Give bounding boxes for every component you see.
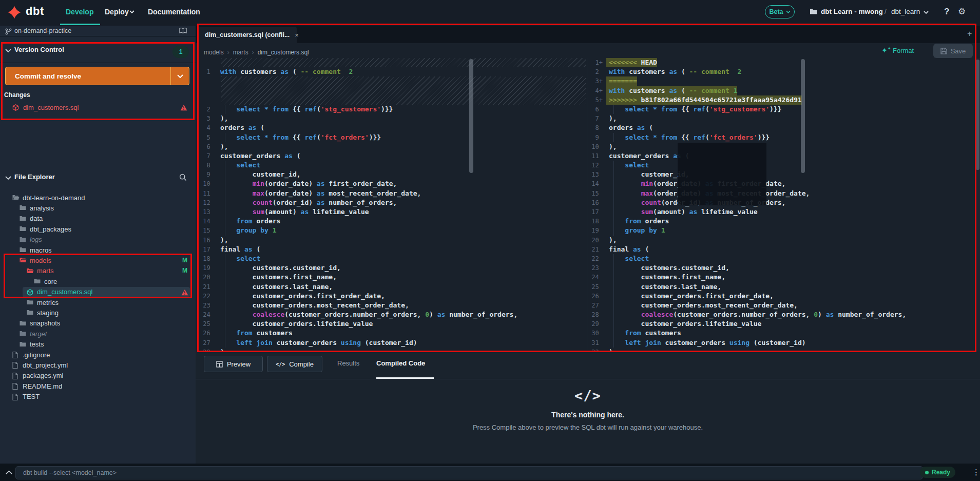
new-tab-icon[interactable]: + bbox=[967, 29, 972, 39]
version-control-title[interactable]: Version Control bbox=[14, 46, 64, 53]
file-search-icon[interactable] bbox=[179, 174, 187, 181]
tree-item-dbt-project-yml[interactable]: dbt_project.yml bbox=[0, 360, 196, 370]
docs-book-icon[interactable] bbox=[179, 28, 187, 34]
tree-item-macros[interactable]: macros bbox=[0, 245, 196, 255]
breadcrumb-file[interactable]: dim_customers.sql bbox=[258, 49, 309, 56]
line-number: 24 bbox=[587, 273, 606, 282]
tree-item-label: dim_customers.sql bbox=[37, 288, 92, 296]
left-pane-scrollbar[interactable] bbox=[469, 59, 473, 173]
tree-item-core[interactable]: core bbox=[0, 276, 196, 286]
line-number: 8 bbox=[196, 161, 218, 170]
code-line: 29 customer_orders.lifetime_value bbox=[587, 319, 980, 329]
tree-item-label: snapshots bbox=[30, 319, 60, 327]
help-button[interactable]: ? bbox=[944, 7, 949, 17]
tab-compiled-code[interactable]: Compiled Code bbox=[376, 359, 425, 367]
code-line-text: left join customer_orders using (custome… bbox=[606, 338, 806, 348]
code-line: 7 customer_orders as ( bbox=[196, 151, 587, 161]
code-line-text: select bbox=[606, 254, 649, 263]
tree-item-packages-yml[interactable]: packages.yml bbox=[0, 371, 196, 381]
command-input[interactable]: dbt build --select <model_name> bbox=[15, 466, 923, 479]
beta-badge[interactable]: Beta bbox=[765, 5, 795, 18]
code-line-text: final as ( bbox=[606, 245, 649, 254]
code-line: 13 sum(amount) as lifetime_value bbox=[196, 207, 587, 217]
file-explorer-title[interactable]: File Explorer bbox=[14, 173, 55, 181]
branch-name[interactable]: on-demand-practice bbox=[14, 27, 71, 34]
commit-options-chevron-icon[interactable] bbox=[170, 67, 189, 85]
tree-item-label: TEST bbox=[23, 393, 40, 400]
tree-item-models[interactable]: modelsM bbox=[0, 255, 196, 265]
tree-item-analysis[interactable]: analysis bbox=[0, 203, 196, 213]
file-explorer-chevron-icon[interactable] bbox=[5, 176, 11, 180]
dbt-logo-icon[interactable] bbox=[7, 5, 22, 20]
preview-button[interactable]: Preview bbox=[204, 356, 263, 372]
save-button[interactable]: Save bbox=[933, 44, 973, 58]
changed-file-row[interactable]: dim_customers.sql bbox=[0, 103, 196, 114]
account-selector[interactable]: dbt Learn - mwong bbox=[821, 8, 883, 15]
command-bar: dbt build --select <model_name> Ready ⋮ bbox=[0, 464, 980, 481]
breadcrumb-marts[interactable]: marts bbox=[233, 49, 248, 56]
line-number: 17 bbox=[587, 207, 606, 217]
code-line-text: customers.first_name, bbox=[606, 273, 725, 282]
tab-dim-customers[interactable]: dim_customers.sql (confli... × bbox=[198, 27, 297, 43]
tree-item-target[interactable]: target bbox=[0, 329, 196, 339]
settings-gear-icon[interactable]: ⚙ bbox=[958, 6, 966, 17]
tree-item-tests[interactable]: tests bbox=[0, 339, 196, 350]
line-number: 21 bbox=[196, 282, 218, 292]
panel-expand-chevron-icon[interactable] bbox=[6, 470, 12, 474]
version-control-chevron-icon[interactable] bbox=[5, 49, 11, 52]
tree-item-snapshots[interactable]: snapshots bbox=[0, 318, 196, 329]
tab-results[interactable]: Results bbox=[337, 359, 359, 367]
line-number: 23 bbox=[196, 301, 218, 310]
tree-item-logs[interactable]: logs bbox=[0, 235, 196, 245]
right-pane-scrollbar[interactable] bbox=[801, 59, 805, 173]
code-line-text: with customers as ( -- comment 2 bbox=[606, 67, 741, 76]
nav-tab-documentation[interactable]: Documentation bbox=[148, 8, 200, 16]
tree-item-data[interactable]: data bbox=[0, 214, 196, 224]
code-line-text: customers.customer_id, bbox=[218, 263, 341, 273]
file-icon bbox=[12, 373, 18, 379]
nav-tab-deploy[interactable]: Deploy bbox=[105, 8, 129, 16]
code-line-text: sum(amount) as lifetime_value bbox=[606, 207, 758, 217]
tree-item-dim-customers-sql[interactable]: dim_customers.sql bbox=[0, 287, 196, 297]
line-number: 20 bbox=[587, 236, 606, 245]
editor-scrollbar-thumb[interactable] bbox=[976, 60, 979, 170]
tree-item-dbt-learn-on-demand[interactable]: dbt-learn-on-demand bbox=[0, 193, 196, 203]
tree-item-dbt-packages[interactable]: dbt_packages bbox=[0, 224, 196, 234]
format-button[interactable]: Format bbox=[893, 47, 914, 54]
code-line: 5 select * from {{ ref('fct_orders')}} bbox=[196, 133, 587, 142]
deploy-chevron-icon[interactable] bbox=[129, 10, 134, 13]
file-icon bbox=[12, 362, 18, 369]
nav-tab-develop[interactable]: Develop bbox=[66, 8, 93, 16]
code-line: 10 ), bbox=[587, 142, 980, 151]
overflow-menu-icon[interactable]: ⋮ bbox=[972, 468, 980, 477]
breadcrumb-models[interactable]: models bbox=[204, 49, 224, 56]
editor-right-pane[interactable]: 1+<<<<<<< HEAD 2 with customers as ( -- … bbox=[587, 58, 980, 351]
diff-gap-row bbox=[196, 58, 587, 67]
project-selector[interactable]: dbt_learn bbox=[891, 8, 920, 15]
tree-item--gitignore[interactable]: .gitignore bbox=[0, 350, 196, 360]
tree-item-readme-md[interactable]: README.md bbox=[0, 381, 196, 391]
code-line-text: ), bbox=[606, 236, 617, 245]
commit-and-resolve-button[interactable]: Commit and resolve bbox=[5, 67, 189, 85]
tab-close-icon[interactable]: × bbox=[290, 31, 304, 39]
tree-item-test[interactable]: TEST bbox=[0, 392, 196, 402]
line-number: 11 bbox=[587, 151, 606, 161]
tree-item-staging[interactable]: staging bbox=[0, 307, 196, 318]
git-branch-icon bbox=[5, 28, 12, 35]
line-number: 16 bbox=[587, 198, 606, 207]
changed-file-name: dim_customers.sql bbox=[23, 104, 79, 111]
folder-icon bbox=[20, 320, 26, 326]
compile-button[interactable]: </> Compile bbox=[267, 356, 322, 372]
file-icon bbox=[12, 352, 18, 358]
code-line-text: final as ( bbox=[218, 245, 260, 254]
code-line-text: coalesce(customer_orders.number_of_order… bbox=[218, 310, 517, 319]
preview-table-icon bbox=[216, 361, 223, 368]
project-chevron-icon[interactable] bbox=[924, 11, 929, 14]
folder-icon bbox=[20, 216, 26, 221]
tree-item-marts[interactable]: martsM bbox=[0, 266, 196, 276]
editor-left-pane[interactable]: 1 with customers as ( -- comment 2 2 sel… bbox=[196, 58, 587, 351]
line-number: 22 bbox=[587, 254, 606, 263]
tree-item-metrics[interactable]: metrics bbox=[0, 297, 196, 307]
merge-conflict-warning-icon bbox=[181, 289, 188, 296]
code-line: 25 customers.last_name, bbox=[587, 282, 980, 292]
